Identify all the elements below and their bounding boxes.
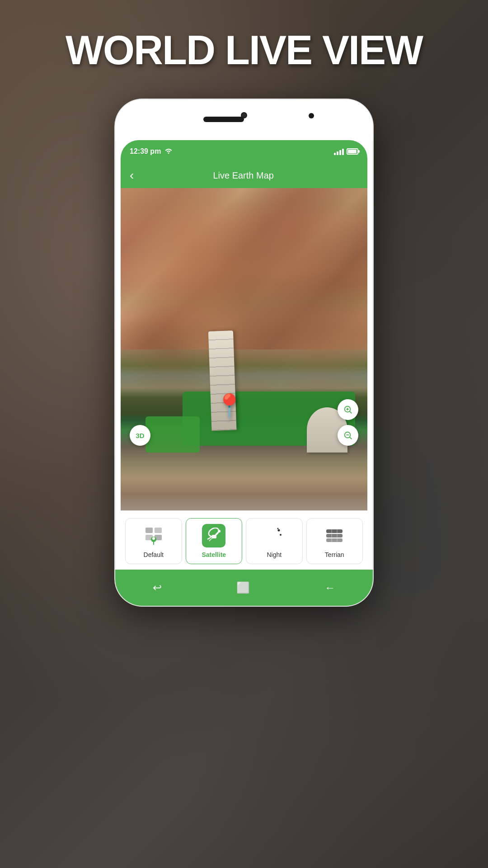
night-icon <box>263 524 286 547</box>
map-view[interactable]: 📍 3D <box>121 188 367 510</box>
signal-bar-3 <box>339 150 341 155</box>
status-right <box>334 148 358 155</box>
svg-point-19 <box>280 534 282 536</box>
location-pin: 📍 <box>215 392 244 420</box>
map-pin-icon <box>142 524 165 547</box>
green-lawn-secondary <box>145 416 200 453</box>
battery-fill <box>348 150 357 153</box>
back-button[interactable]: ‹ <box>130 168 134 183</box>
tab-night[interactable]: Night <box>246 518 303 564</box>
nav-back-button[interactable]: ↩ <box>153 581 162 594</box>
phone-screen: 12:39 pm <box>121 140 367 570</box>
phone-camera <box>241 112 247 118</box>
svg-line-3 <box>350 411 352 414</box>
app-title: WORLD LIVE VIEW <box>0 27 488 74</box>
signal-bar-1 <box>334 153 336 155</box>
status-time: 12:39 pm <box>130 147 161 156</box>
map-background <box>121 188 367 510</box>
tab-night-label: Night <box>267 551 282 558</box>
nav-home-button[interactable]: ⬜ <box>236 581 250 594</box>
svg-point-18 <box>277 529 280 532</box>
satellite-icon <box>202 524 225 547</box>
tab-satellite[interactable]: Satellite <box>186 518 243 564</box>
header-title: Live Earth Map <box>141 170 346 181</box>
app-header: ‹ Live Earth Map <box>121 163 367 188</box>
tab-terrain[interactable]: Terrian <box>306 518 363 564</box>
phone-speaker <box>203 117 244 122</box>
battery-icon <box>347 148 358 155</box>
phone-mockup: 12:39 pm <box>115 99 373 606</box>
wifi-icon <box>164 147 173 156</box>
signal-bars <box>334 148 344 155</box>
svg-point-17 <box>218 530 221 533</box>
svg-rect-21 <box>326 529 343 533</box>
tab-default[interactable]: Default <box>125 518 182 564</box>
svg-rect-22 <box>326 534 343 538</box>
screen-content: 12:39 pm <box>121 140 367 570</box>
signal-bar-2 <box>337 151 338 155</box>
svg-point-20 <box>277 528 278 529</box>
svg-rect-8 <box>155 528 162 533</box>
tab-default-label: Default <box>144 551 164 558</box>
phone-body: 12:39 pm <box>115 99 373 606</box>
tab-terrain-label: Terrian <box>325 551 344 558</box>
status-bar: 12:39 pm <box>121 140 367 163</box>
svg-point-12 <box>152 537 155 540</box>
svg-rect-7 <box>145 528 153 533</box>
status-left: 12:39 pm <box>130 147 173 156</box>
phone-notch <box>115 99 373 140</box>
phone-camera-extra <box>309 113 314 118</box>
buildings-overlay <box>121 188 367 510</box>
tab-satellite-label: Satellite <box>202 551 226 558</box>
terrain-icon <box>323 524 346 547</box>
svg-rect-23 <box>326 538 343 542</box>
map-tabs-bar: Default <box>121 510 367 570</box>
nav-return-button[interactable]: ← <box>324 581 335 594</box>
svg-line-6 <box>350 437 352 439</box>
signal-bar-4 <box>342 149 344 155</box>
phone-nav-bar: ↩ ⬜ ← <box>115 570 373 606</box>
